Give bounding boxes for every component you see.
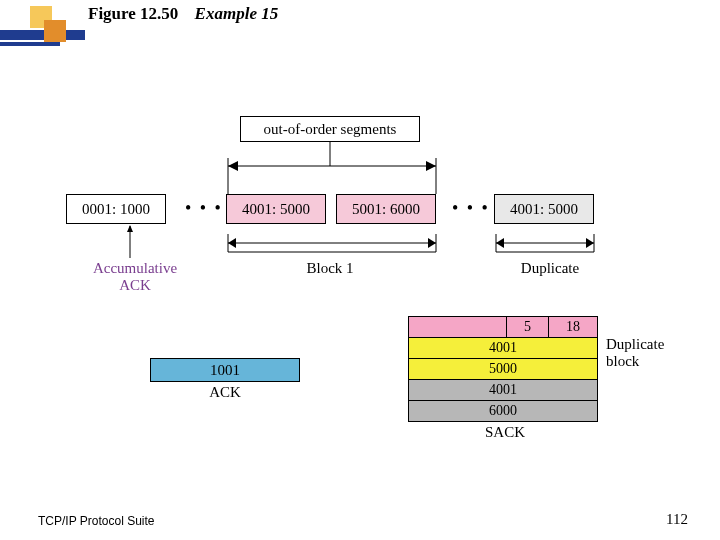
sack-row-1: 4001 — [408, 337, 598, 359]
sack-row-2: 5000 — [408, 358, 598, 380]
duplicate-label: Duplicate — [510, 260, 590, 277]
svg-marker-4 — [228, 161, 238, 171]
segment-3: 5001: 6000 — [336, 194, 436, 224]
ack-box: 1001 — [150, 358, 300, 382]
block1-label: Block 1 — [290, 260, 370, 277]
duplicate-block-label: Duplicate block — [606, 336, 686, 370]
sack-header-val-a: 5 — [506, 316, 548, 338]
svg-marker-17 — [586, 238, 594, 248]
ellipsis-left: • • • — [185, 198, 223, 219]
sack-header-val-b: 18 — [548, 316, 598, 338]
diagram: out-of-order segments 0001: 1000 4001: 5… — [0, 0, 720, 540]
out-of-order-label: out-of-order segments — [240, 116, 420, 142]
ack-title: ACK — [195, 384, 255, 401]
svg-marker-10 — [228, 238, 236, 248]
footer-source: TCP/IP Protocol Suite — [38, 514, 155, 528]
segment-4: 4001: 5000 — [494, 194, 594, 224]
svg-marker-16 — [496, 238, 504, 248]
svg-marker-11 — [428, 238, 436, 248]
ellipsis-right: • • • — [452, 198, 490, 219]
sack-row-3: 4001 — [408, 379, 598, 401]
sack-row-4: 6000 — [408, 400, 598, 422]
accumulative-ack-label: Accumulative ACK — [80, 260, 190, 294]
segment-2: 4001: 5000 — [226, 194, 326, 224]
svg-marker-5 — [426, 161, 436, 171]
page-number: 112 — [666, 511, 688, 528]
segment-1: 0001: 1000 — [66, 194, 166, 224]
sack-title: SACK — [470, 424, 540, 441]
